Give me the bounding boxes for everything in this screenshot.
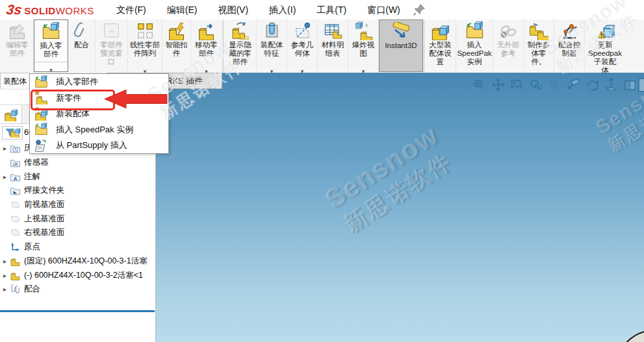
tree-item-front-plane[interactable]: 前视基准面 <box>0 198 156 212</box>
origin-icon <box>10 241 21 252</box>
ribbon-mate-controller-button[interactable]: 配合控 制器 <box>554 19 585 72</box>
menu-insert[interactable]: 插入(I) <box>259 0 306 19</box>
move-component-caret[interactable] <box>191 64 222 71</box>
tree-item-right-plane[interactable]: 右视基准面 <box>0 226 156 240</box>
menu-item-from-partsupply[interactable]: 从 PartSupply 插入 <box>30 138 168 154</box>
tree-item-top-plane[interactable]: 上视基准面 <box>0 212 156 226</box>
ribbon-component-preview-button: 零部件 预览窗 口 <box>96 19 128 72</box>
tree-item-origin[interactable]: 原点 <box>0 240 156 254</box>
ribbon-show-hidden-components-button[interactable]: 显示隐 藏的零 部件 <box>224 19 257 72</box>
page-icon[interactable] <box>636 77 644 93</box>
insert-speedpak-icon <box>34 123 48 136</box>
insert-speedpak-icon <box>465 21 484 40</box>
no-external-references-icon <box>499 21 518 40</box>
tree-item-weldment-folder[interactable]: 焊接文件夹 <box>0 184 156 198</box>
pan-icon[interactable] <box>491 77 506 92</box>
menu-window[interactable]: 窗口(W) <box>357 0 411 19</box>
reference-geometry-caret[interactable] <box>287 64 317 71</box>
ribbon-insert-speedpak-button[interactable]: 插入 SpeedPak 实例 <box>456 19 493 72</box>
assembly-icon <box>4 107 18 121</box>
expand-arrow-icon[interactable] <box>0 173 10 180</box>
ribbon-no-external-references-button: 无外部 参考 <box>493 19 524 72</box>
insert-component-icon <box>42 22 60 41</box>
linear-component-pattern-icon <box>136 21 155 40</box>
ribbon-smart-fasteners-button[interactable]: 智能扣 件 <box>162 19 191 72</box>
expand-arrow-icon[interactable] <box>0 258 10 265</box>
ribbon-edit-component-button: 编辑零 部件 <box>1 19 34 72</box>
assembly-icon <box>10 127 21 138</box>
ribbon-update-speedpak-button[interactable]: 更新 Speedpak 子装配 体 <box>585 19 625 72</box>
logo-name-light: WORKS <box>56 5 94 16</box>
instant3d-icon <box>392 22 411 41</box>
menu-item-insert-component[interactable]: 插入零部件 <box>30 74 168 90</box>
exploded-view-icon <box>354 21 373 40</box>
feature-tree: 历史记录 传感器 A 注解 焊接文件夹 前视基准面 <box>0 141 156 297</box>
zoom-in-out-icon[interactable] <box>509 77 524 92</box>
magnifier-icon[interactable] <box>547 77 562 92</box>
ribbon-bill-of-materials-button[interactable]: 材料明 细表 <box>318 19 348 72</box>
ribbon-insert-component-button[interactable]: 插入零 部件 <box>34 19 68 72</box>
expand-arrow-icon[interactable] <box>0 272 10 279</box>
ribbon-linear-pattern-button[interactable]: 线性零部 件阵列 <box>128 19 162 72</box>
ribbon-assembly-features-button[interactable]: 装配体 特征 <box>257 19 287 72</box>
show-hidden-components-icon <box>231 21 250 40</box>
piston-model-edge <box>615 330 644 342</box>
ribbon-make-multibody-part-button[interactable]: 制作多 体零 件。 <box>524 19 554 72</box>
expand-arrow-icon[interactable] <box>0 286 10 293</box>
ribbon-reference-geometry-button[interactable]: 参考几 何体 <box>287 19 318 72</box>
menu-tools[interactable]: 工具(T) <box>306 0 357 19</box>
exploded-view-caret[interactable] <box>348 64 378 71</box>
menu-list: 文件(F) 编辑(E) 视图(V) 插入(I) 工具(T) 窗口(W) <box>106 0 411 19</box>
mates-folder-icon <box>10 284 21 295</box>
update-speedpak-icon <box>596 21 615 40</box>
weldment-folder-icon <box>10 185 21 196</box>
highlight-box-new-part <box>31 90 115 110</box>
menu-item-insert-speedpak[interactable]: 插入 SpeedPak 实例 <box>30 122 168 138</box>
section-view-icon[interactable] <box>623 77 638 92</box>
ribbon-large-assembly-settings-button[interactable]: 大型装 配体设 置 <box>425 19 456 72</box>
command-manager-ribbon: 编辑零 部件 插入零 部件 配合 零部件 预览窗 口 线性零部 件阵列 智能扣 … <box>0 19 644 73</box>
ribbon-separator <box>223 20 224 72</box>
annotations-folder-icon: A <box>10 171 21 182</box>
rotate-view-icon[interactable] <box>585 77 600 92</box>
large-assembly-settings-icon <box>431 21 450 40</box>
linear-pattern-caret[interactable] <box>128 64 162 71</box>
pin-menubar-icon[interactable] <box>412 3 426 17</box>
ribbon-mate-button[interactable]: 配合 <box>68 19 96 72</box>
part-icon <box>10 256 21 267</box>
insert-component-caret[interactable] <box>34 62 68 71</box>
svg-text:A: A <box>14 176 18 182</box>
logo-mark: 3s <box>5 2 23 18</box>
graphics-viewport[interactable] <box>156 73 644 342</box>
ribbon-instant3d-button[interactable]: Instant3D <box>379 19 423 72</box>
menubar: 3sSOLIDWORKS 文件(F) 编辑(E) 视图(V) 插入(I) 工具(… <box>0 0 644 19</box>
zoom-to-area-icon[interactable] <box>528 77 543 92</box>
tree-item-sensors[interactable]: 传感器 <box>0 156 156 170</box>
smart-fasteners-icon <box>167 21 186 40</box>
view-orientation-icon[interactable] <box>566 77 581 92</box>
plane-icon <box>10 227 21 238</box>
tab-assembly[interactable]: 装配体 <box>0 73 30 89</box>
tree-item-annotations[interactable]: A 注解 <box>0 169 156 184</box>
normal-to-icon[interactable] <box>604 77 619 92</box>
zoom-to-fit-icon[interactable] <box>472 77 487 92</box>
assembly-features-icon <box>263 21 281 40</box>
move-component-icon <box>197 21 216 40</box>
ribbon-exploded-view-button[interactable]: 爆炸视 图 <box>348 19 379 72</box>
feature-manager-tab[interactable] <box>0 105 22 123</box>
menu-file[interactable]: 文件(F) <box>106 0 157 19</box>
ribbon-separator <box>424 20 424 72</box>
mate-paperclip-icon <box>72 21 91 40</box>
menu-edit[interactable]: 编辑(E) <box>157 0 208 19</box>
assembly-features-caret[interactable] <box>257 64 287 71</box>
partsupply-icon <box>34 139 48 153</box>
expand-arrow-icon[interactable] <box>0 145 10 152</box>
make-multibody-part-icon <box>530 21 548 40</box>
tree-item-part-1[interactable]: (固定) 600HZ44X-10Q-00-3-1活塞 <box>0 254 156 269</box>
menu-view[interactable]: 视图(V) <box>207 0 259 19</box>
sensors-folder-icon <box>10 157 21 168</box>
tree-item-part-2[interactable]: (-) 600HZ44X-10Q-00-3-2活塞<1 <box>0 268 156 282</box>
panel-splitter[interactable] <box>0 310 155 312</box>
tree-item-mates[interactable]: 配合 <box>0 282 156 297</box>
ribbon-move-component-button[interactable]: 移动零 部件 <box>191 19 222 72</box>
